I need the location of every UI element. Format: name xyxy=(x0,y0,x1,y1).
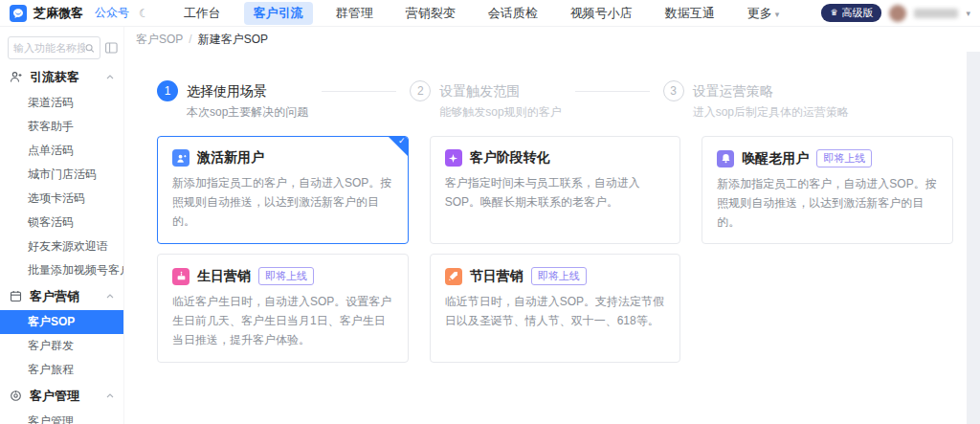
card-description: 新添加指定员工的客户，自动进入SOP。按照规则自动推送，以达到激活新客户的目的。 xyxy=(172,174,393,231)
card-activate-new-user[interactable]: ✓ 激活新用户 新添加指定员工的客户，自动进入SOP。按照规则自动推送，以达到激… xyxy=(157,136,409,244)
step-1-title: 选择使用场景 xyxy=(187,80,308,101)
chevron-up-icon xyxy=(106,75,114,79)
step-2-trigger-scope: 2 设置触发范围 能够触发sop规则的客户 xyxy=(410,80,561,121)
brand-name: 芝麻微客 xyxy=(33,5,83,22)
sidebar-item-channel-code[interactable]: 渠道活码 xyxy=(0,91,123,115)
sidebar-section-customer-management[interactable]: 客户管理 xyxy=(0,382,123,410)
firework-icon xyxy=(445,268,462,285)
top-bar: 芝麻微客 公众号 ☾ 工作台 客户引流 群管理 营销裂变 会话质检 视频号小店 … xyxy=(0,0,980,27)
step-1-choose-scenario: 1 选择使用场景 本次sop主要解决的问题 xyxy=(157,80,308,121)
scenario-cards: ✓ 激活新用户 新添加指定员工的客户，自动进入SOP。按照规则自动推送，以达到激… xyxy=(157,136,957,363)
app-window: 芝麻微客 公众号 ☾ 工作台 客户引流 群管理 营销裂变 会话质检 视频号小店 … xyxy=(0,0,980,424)
cake-icon xyxy=(172,268,189,285)
card-wake-old-user[interactable]: 唤醒老用户 即将上线 新添加指定员工的客户，自动进入SOP。按照规则自动推送，以… xyxy=(702,136,953,244)
step-2-subtitle: 能够触发sop规则的客户 xyxy=(439,104,561,121)
coming-soon-badge: 即将上线 xyxy=(258,267,314,285)
sidebar-item-order-code[interactable]: 点单活码 xyxy=(0,139,123,163)
nav-group-management[interactable]: 群管理 xyxy=(326,2,383,25)
breadcrumb-parent[interactable]: 客户SOP xyxy=(136,32,183,48)
sidebar-section-customer-marketing[interactable]: 客户营销 xyxy=(0,282,123,310)
sidebar-item-lock-customer-code[interactable]: 锁客活码 xyxy=(0,211,123,234)
coming-soon-badge: 即将上线 xyxy=(531,267,587,285)
sidebar-item-city-store-code[interactable]: 城市门店活码 xyxy=(0,163,123,187)
card-title: 节日营销 xyxy=(470,268,523,285)
sidebar-item-customer-mass-send[interactable]: 客户群发 xyxy=(0,334,123,358)
sidebar-search[interactable] xyxy=(8,36,100,59)
dark-mode-icon[interactable]: ☾ xyxy=(139,7,149,20)
step-3-indicator: 3 xyxy=(663,80,684,101)
card-description: 临近客户生日时，自动进入SOP。设置客户生日前几天、客户生日当月1日、客户生日当… xyxy=(172,293,393,349)
avatar[interactable] xyxy=(889,5,906,22)
step-1-subtitle: 本次sop主要解决的问题 xyxy=(187,104,308,121)
search-icon xyxy=(85,43,95,54)
step-2-indicator: 2 xyxy=(410,80,431,101)
step-3-title: 设置运营策略 xyxy=(693,80,849,101)
card-title: 激活新用户 xyxy=(197,149,264,167)
chevron-up-icon xyxy=(106,294,114,299)
card-description: 客户指定时间未与员工联系，自动进入SOP。唤醒长期未联系的老客户。 xyxy=(445,174,666,212)
check-icon: ✓ xyxy=(398,137,406,145)
calendar-icon xyxy=(10,290,22,302)
gear-icon xyxy=(10,390,22,402)
search-input[interactable] xyxy=(13,42,85,54)
main-nav: 工作台 客户引流 群管理 营销裂变 会话质检 视频号小店 数据互通 更多▾ xyxy=(174,2,790,25)
crown-icon: ♛ xyxy=(830,9,837,17)
sidebar-item-acquisition-assistant[interactable]: 获客助手 xyxy=(0,115,123,139)
nav-data-interop[interactable]: 数据互通 xyxy=(656,2,724,25)
chevron-down-icon: ▾ xyxy=(775,10,780,19)
username-redacted xyxy=(914,9,958,18)
collapse-sidebar-icon[interactable] xyxy=(105,42,118,54)
activate-user-icon xyxy=(172,149,189,167)
step-1-indicator: 1 xyxy=(157,80,178,101)
card-title: 客户阶段转化 xyxy=(470,149,550,167)
sidebar-item-customer-sop[interactable]: 客户SOP xyxy=(0,310,123,334)
sidebar-section-acquisition[interactable]: 引流获客 xyxy=(0,63,123,91)
sidebar-item-customer-journey[interactable]: 客户旅程 xyxy=(0,358,123,382)
app-logo[interactable] xyxy=(10,5,27,22)
stage-conversion-icon xyxy=(445,149,462,167)
sidebar: 引流获客 渠道活码 获客助手 点单活码 城市门店活码 选项卡活码 锁客活码 好友… xyxy=(0,27,124,424)
bell-icon xyxy=(717,150,734,167)
main-content: 客户SOP / 新建客户SOP 1 选择使用场景 本次sop主要解决的问题 xyxy=(124,27,967,424)
official-account-link[interactable]: 公众号 xyxy=(95,5,129,21)
wizard-panel: 1 选择使用场景 本次sop主要解决的问题 2 设置触发范围 能够触发sop规则… xyxy=(124,52,967,424)
chevron-up-icon xyxy=(106,393,114,398)
breadcrumb-separator: / xyxy=(189,33,191,46)
chat-bubble-icon xyxy=(12,8,24,19)
nav-marketing-fission[interactable]: 营销裂变 xyxy=(396,2,465,25)
step-connector xyxy=(575,91,650,92)
person-icon xyxy=(10,71,22,83)
card-customer-stage-conversion[interactable]: 客户阶段转化 客户指定时间未与员工联系，自动进入SOP。唤醒长期未联系的老客户。 xyxy=(430,136,681,244)
scrollbar-track[interactable] xyxy=(967,27,980,424)
card-description: 新添加指定员工的客户，自动进入SOP。按照规则自动推送，以达到激活新客户的目的。 xyxy=(717,175,938,232)
plan-badge[interactable]: ♛ 高级版 xyxy=(821,4,881,22)
nav-workbench[interactable]: 工作台 xyxy=(174,2,231,25)
sidebar-item-tab-code[interactable]: 选项卡活码 xyxy=(0,187,123,211)
step-3-subtitle: 进入sop后制定具体的运营策略 xyxy=(693,104,849,121)
breadcrumb: 客户SOP / 新建客户SOP xyxy=(124,27,967,52)
step-3-operation-strategy: 3 设置运营策略 进入sop后制定具体的运营策略 xyxy=(663,80,849,121)
nav-customer-acquisition[interactable]: 客户引流 xyxy=(244,2,313,25)
sidebar-item-batch-add-channels-customer[interactable]: 批量添加视频号客户 xyxy=(0,258,123,282)
step-2-title: 设置触发范围 xyxy=(439,80,561,101)
sidebar-item-customer-management[interactable]: 客户管理 xyxy=(0,410,123,424)
card-title: 唤醒老用户 xyxy=(742,150,809,167)
stepper: 1 选择使用场景 本次sop主要解决的问题 2 设置触发范围 能够触发sop规则… xyxy=(157,80,957,121)
account-chevron-down-icon[interactable]: ▾ xyxy=(966,9,970,18)
card-title: 生日营销 xyxy=(197,268,251,285)
nav-channels-shop[interactable]: 视频号小店 xyxy=(561,2,642,25)
card-birthday-marketing[interactable]: 生日营销 即将上线 临近客户生日时，自动进入SOP。设置客户生日前几天、客户生日… xyxy=(157,254,409,362)
top-right-area: ♛ 高级版 ▾ xyxy=(821,4,970,22)
card-festival-marketing[interactable]: 节日营销 即将上线 临近节日时，自动进入SOP。支持法定节假日以及圣诞节、情人节… xyxy=(430,254,681,362)
nav-chat-inspection[interactable]: 会话质检 xyxy=(479,2,547,25)
step-connector xyxy=(322,91,396,92)
sidebar-item-friend-source-welcome[interactable]: 好友来源欢迎语 xyxy=(0,234,123,258)
breadcrumb-current: 新建客户SOP xyxy=(198,32,268,48)
coming-soon-badge: 即将上线 xyxy=(816,149,872,167)
card-description: 临近节日时，自动进入SOP。支持法定节假日以及圣诞节、情人节、双十一、618等。 xyxy=(445,293,666,331)
nav-more[interactable]: 更多▾ xyxy=(738,2,790,25)
